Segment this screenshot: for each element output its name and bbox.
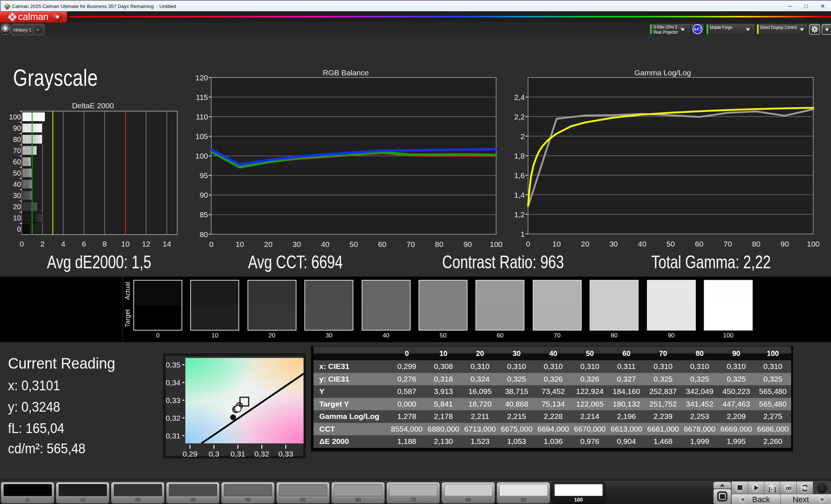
chart-title: Gamma Log/Log: [634, 68, 691, 77]
table-col-header-20: 20: [462, 346, 498, 360]
table-cell: 0,327: [608, 373, 645, 386]
table-cell: 565,480: [755, 398, 791, 411]
table-row: x: CIE310,2990,3080,3100,3100,3100,3100,…: [313, 360, 791, 373]
black-reading-dot: [230, 415, 236, 420]
level-button-50[interactable]: 50: [277, 482, 329, 503]
table-cell: 122,924: [572, 385, 608, 398]
display-dropdown-arrow[interactable]: [798, 25, 806, 34]
stop-square-icon: [720, 494, 725, 499]
back-button[interactable]: «Back: [732, 494, 780, 504]
calman-menu-button[interactable]: calman: [0, 12, 67, 23]
calman-menu-arrow[interactable]: [53, 12, 62, 22]
tab-history-1[interactable]: History 1 +: [11, 24, 45, 35]
table-cell: 40,868: [498, 398, 535, 411]
tick-label: 8: [103, 240, 107, 248]
settings-button[interactable]: [809, 24, 820, 35]
stop-button[interactable]: [732, 482, 748, 495]
table-cell: 450,223: [718, 385, 755, 398]
table-cell: 180,132: [608, 398, 645, 411]
next-button[interactable]: Next»: [781, 494, 831, 504]
table-cell: 6669,000: [718, 423, 755, 436]
tick-label: 60: [378, 240, 386, 248]
tick-label: 40: [321, 240, 329, 248]
close-button[interactable]: ✕: [815, 1, 831, 12]
table-cell: 2,178: [425, 410, 462, 423]
meter-dropdown[interactable]: X-Rite i1Pro 3 Rear Projector 447: [649, 24, 704, 35]
tab-scroll-button[interactable]: [1, 24, 10, 34]
level-button-20[interactable]: 20: [111, 482, 164, 503]
table-cell: 6661,000: [645, 423, 681, 436]
tick-label: 80: [435, 240, 443, 248]
table-cell: 1,036: [535, 435, 572, 448]
table-cell: 75,134: [535, 398, 572, 411]
collapse-toolbar-button[interactable]: [714, 482, 731, 488]
tick-label: 70: [13, 147, 21, 155]
level-button-80[interactable]: 80: [442, 482, 495, 503]
tick-label: 0: [20, 240, 24, 248]
source-dropdown[interactable]: Mobile Forge: [706, 24, 755, 35]
table-cell: 0,325: [755, 373, 791, 386]
table-cell: 0,310: [755, 360, 791, 373]
level-patch: [114, 484, 162, 496]
table-cell: 1,468: [645, 435, 681, 448]
swatch-40: [362, 280, 411, 331]
swatch-level-label: 80: [590, 332, 639, 339]
level-button-0[interactable]: 0: [1, 482, 54, 503]
table-col-header-60: 60: [608, 346, 645, 360]
table-cell: 2,196: [608, 410, 645, 423]
tick-label: 40: [13, 180, 21, 188]
chart-title: RGB Balance: [323, 68, 369, 77]
record-indicator-well: [813, 482, 831, 495]
tick-label: 10: [13, 214, 21, 222]
deltae-bar-60: [22, 157, 31, 167]
display-dropdown[interactable]: Direct Display Control: [756, 24, 807, 35]
tick-label: 10: [236, 240, 244, 248]
collapse-panel-button[interactable]: [822, 24, 831, 35]
deltae-bar-100: [22, 112, 45, 122]
swatch-actual-half: [590, 281, 638, 305]
level-button-30[interactable]: 30: [166, 482, 219, 503]
maximize-button[interactable]: □: [798, 1, 814, 12]
table-cell: 2,260: [755, 435, 791, 448]
next-button-label: Next: [784, 495, 818, 504]
swatch-actual-half: [476, 281, 524, 305]
swatch-80: [590, 280, 639, 331]
swatch-90: [647, 280, 696, 331]
play-button[interactable]: [748, 482, 764, 495]
current-reading-title: Current Reading: [8, 355, 115, 372]
swatch-target-half: [248, 305, 296, 330]
add-tab-button[interactable]: +: [34, 26, 41, 33]
tab-bar: History 1 + X-Rite i1Pro 3 Rear Projecto…: [0, 22, 831, 35]
tick-label: 1: [520, 230, 525, 238]
level-button-60[interactable]: 60: [332, 482, 385, 503]
source-status-stripe: [707, 25, 708, 34]
table-cell: 6880,000: [425, 423, 462, 436]
level-button-10[interactable]: 10: [56, 482, 109, 503]
source-dropdown-arrow[interactable]: [744, 25, 752, 34]
table-cell: 18,720: [462, 398, 498, 411]
table-cell: 0,310: [681, 360, 718, 373]
swatch-level-label: 10: [190, 332, 239, 339]
tick-label: 0,34: [166, 378, 180, 387]
table-cell: 2,130: [425, 435, 462, 448]
refresh-button[interactable]: [797, 482, 813, 495]
tick-label: 90: [781, 240, 789, 248]
level-button-90[interactable]: 90: [497, 482, 550, 503]
table-col-header-40: 40: [535, 346, 572, 360]
level-patch: [554, 484, 603, 496]
level-button-100[interactable]: 100: [552, 482, 605, 503]
pattern-window-button[interactable]: [714, 489, 731, 504]
infinity-button[interactable]: ∞: [780, 482, 797, 495]
minimize-button[interactable]: ─: [782, 1, 798, 12]
avg-cct-value: Avg CCT: 6694: [245, 252, 346, 273]
meter-dropdown-arrow[interactable]: [678, 25, 687, 34]
tick-label: 2,2: [514, 113, 525, 121]
meter-reading-count-badge[interactable]: 447: [693, 24, 702, 34]
bracket-button[interactable]: [··]: [764, 482, 781, 495]
tick-label: 0,31: [166, 432, 180, 440]
level-button-40[interactable]: 40: [221, 482, 274, 503]
chevron-down-icon: [681, 28, 685, 31]
swatch-0: [133, 280, 182, 331]
tick-label: 85: [200, 210, 208, 219]
level-button-70[interactable]: 70: [387, 482, 440, 503]
